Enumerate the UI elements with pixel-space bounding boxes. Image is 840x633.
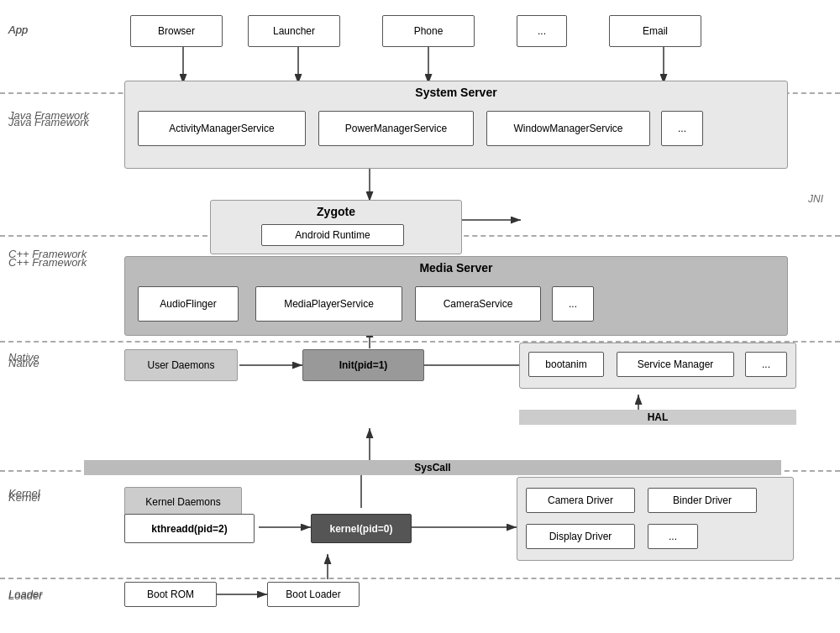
mediaplayer-box: MediaPlayerService — [255, 286, 402, 322]
media-server-panel: Media Server AudioFlinger MediaPlayerSer… — [124, 256, 788, 336]
power-manager-box: PowerManagerService — [318, 111, 474, 146]
binder-driver-box: Binder Driver — [648, 488, 757, 513]
service-manager-box: Service Manager — [617, 352, 734, 377]
media-dots-box: ... — [552, 286, 594, 322]
jni-label: JNI — [808, 193, 823, 205]
syscall-bar: SysCall — [84, 460, 781, 475]
boot-rom-box: Boot ROM — [124, 582, 217, 607]
email-box: Email — [609, 15, 701, 47]
android-runtime-box: Android Runtime — [261, 224, 404, 246]
display-driver-box: Display Driver — [526, 524, 635, 549]
app-layer-label: App — [8, 24, 28, 36]
browser-box: Browser — [130, 15, 223, 47]
hal-bar: HAL — [519, 410, 796, 425]
kernel-layer-label: Kernel — [8, 491, 40, 504]
system-server-title: System Server — [415, 86, 496, 99]
loader-divider — [0, 578, 840, 579]
bootanim-box: bootanim — [528, 352, 604, 377]
boot-loader-box: Boot Loader — [267, 582, 360, 607]
camera-driver-box: Camera Driver — [526, 488, 635, 513]
cameraservice-box: CameraService — [415, 286, 541, 322]
kernel-box: kernel(pid=0) — [311, 514, 412, 543]
kthreadd-box: kthreadd(pid=2) — [124, 514, 255, 543]
phone-box: Phone — [382, 15, 475, 47]
loader-layer-label: Loader — [8, 589, 42, 602]
init-box: Init(pid=1) — [302, 349, 424, 381]
native-dots-box: ... — [745, 352, 787, 377]
app-dots-box: ... — [517, 15, 567, 47]
window-manager-box: WindowManagerService — [486, 111, 650, 146]
media-server-title: Media Server — [419, 261, 492, 275]
java-fw-layer-label: Java Framework — [8, 116, 89, 128]
launcher-box: Launcher — [248, 15, 340, 47]
native-layer-label: Native — [8, 357, 39, 369]
user-daemons-box: User Daemons — [124, 349, 238, 381]
audioflinger-box: AudioFlinger — [138, 286, 239, 322]
ss-dots-box: ... — [661, 111, 703, 146]
drivers-panel: Camera Driver Binder Driver Display Driv… — [517, 477, 794, 561]
activity-manager-box: ActivityManagerService — [138, 111, 306, 146]
zygote-panel: Zygote Android Runtime — [210, 200, 462, 254]
drivers-dots-box: ... — [648, 524, 698, 549]
zygote-title: Zygote — [317, 205, 355, 218]
cpp-fw-layer-label: C++ Framework — [8, 256, 87, 269]
system-server-panel: System Server ActivityManagerService Pow… — [124, 81, 788, 169]
kernel-daemons-box: Kernel Daemons — [124, 487, 242, 516]
native-right-panel: bootanim Service Manager ... — [519, 343, 796, 389]
diagram-container: Loader Boot ROM Boot Loader Kernel SysCa… — [0, 0, 840, 633]
